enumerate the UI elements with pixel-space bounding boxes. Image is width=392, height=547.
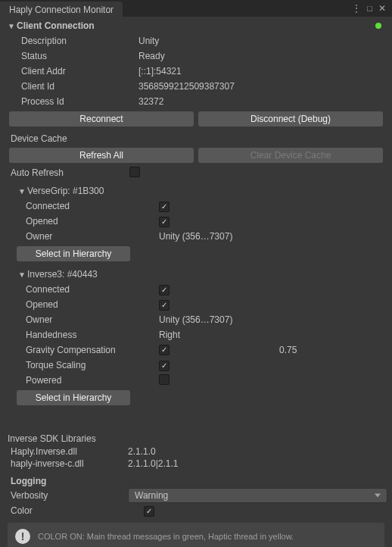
i3-powered-label: Powered (26, 375, 143, 386)
i3-handedness-value: Right (143, 330, 387, 340)
status-value: Ready (138, 51, 387, 61)
i3-opened-label: Opened (26, 299, 143, 310)
close-icon[interactable]: ✕ (378, 3, 386, 14)
color-hint-text: COLOR ON: Main thread messages in green,… (38, 532, 294, 541)
lib1-version: 2.1.1.0 (128, 446, 156, 457)
connection-status-dot (375, 23, 381, 29)
i3-gravity-comp-checkbox[interactable] (159, 345, 170, 355)
verbosity-label: Verbosity (11, 490, 128, 501)
window-title: Haply Connection Monitor (9, 5, 114, 15)
kebab-menu-icon[interactable]: ⋮ (352, 3, 361, 14)
window-tab[interactable]: Haply Connection Monitor (0, 2, 123, 17)
i3-connected-checkbox[interactable] (159, 285, 170, 295)
foldout-icon: ▼ (8, 22, 15, 30)
reconnect-button[interactable]: Reconnect (9, 111, 194, 127)
auto-refresh-checkbox[interactable] (129, 167, 140, 177)
device-cache-header: Device Cache (5, 129, 387, 145)
disconnect-button[interactable]: Disconnect (Debug) (198, 111, 383, 127)
lib1-name: Haply.Inverse.dll (11, 446, 128, 457)
i3-connected-label: Connected (26, 284, 143, 295)
i3-owner-value: Unity (356…7307) (143, 314, 387, 325)
status-label: Status (21, 51, 138, 61)
client-id-label: Client Id (21, 81, 138, 92)
color-hint-box: ! COLOR ON: Main thread messages in gree… (8, 523, 384, 547)
versegrip-header[interactable]: ▼ VerseGrip: #1B300 (5, 183, 387, 198)
auto-refresh-label: Auto Refresh (11, 167, 128, 178)
i3-opened-checkbox[interactable] (159, 300, 170, 311)
maximize-icon[interactable]: □ (367, 4, 372, 13)
vg-owner-value: Unity (356…7307) (143, 231, 387, 242)
color-checkbox[interactable] (144, 506, 154, 517)
inverse3-title: Inverse3: #40443 (27, 269, 98, 280)
tab-bar: Haply Connection Monitor ⋮ □ ✕ (0, 0, 392, 17)
i3-torque-scaling-checkbox[interactable] (159, 361, 170, 371)
versegrip-title: VerseGrip: #1B300 (27, 186, 104, 196)
info-icon: ! (15, 529, 30, 544)
i3-handedness-label: Handedness (26, 330, 143, 340)
client-id-value: 3568599212509387307 (138, 81, 387, 92)
description-label: Description (21, 36, 138, 46)
verbosity-value: Warning (135, 490, 168, 501)
process-id-label: Process Id (21, 96, 138, 107)
inverse-sdk-libraries-header: Inverse SDK Libraries (5, 429, 387, 445)
vg-select-in-hierarchy-button[interactable]: Select in Hierarchy (17, 246, 130, 261)
client-connection-header[interactable]: ▼ Client Connection (5, 18, 387, 33)
vg-connected-label: Connected (26, 201, 143, 211)
client-addr-value: [::1]:54321 (138, 66, 387, 77)
i3-gravity-comp-value: 0.75 (279, 345, 387, 355)
vg-connected-checkbox[interactable] (159, 202, 170, 212)
verbosity-dropdown[interactable]: Warning (128, 488, 387, 503)
process-id-value: 32372 (138, 96, 387, 107)
lib2-name: haply-inverse-c.dll (11, 458, 128, 469)
description-value: Unity (138, 36, 387, 46)
foldout-icon: ▼ (18, 270, 26, 279)
foldout-icon: ▼ (18, 187, 26, 195)
color-label: Color (11, 505, 128, 516)
vg-owner-label: Owner (26, 231, 143, 242)
i3-torque-scaling-label: Torque Scaling (26, 360, 143, 370)
i3-gravity-comp-label: Gravity Compensation (26, 345, 143, 355)
logging-header: Logging (5, 470, 387, 488)
refresh-all-button[interactable]: Refresh All (9, 148, 194, 163)
client-addr-label: Client Addr (21, 66, 138, 77)
client-connection-title: Client Connection (17, 20, 95, 31)
lib2-version: 2.1.1.0|2.1.1 (128, 458, 179, 469)
inverse3-header[interactable]: ▼ Inverse3: #40443 (5, 267, 387, 282)
vg-opened-checkbox[interactable] (159, 217, 170, 227)
clear-device-cache-button[interactable]: Clear Device Cache (198, 148, 383, 163)
i3-owner-label: Owner (26, 314, 143, 325)
i3-powered-checkbox[interactable] (159, 374, 170, 385)
vg-opened-label: Opened (26, 216, 143, 227)
i3-select-in-hierarchy-button[interactable]: Select in Hierarchy (17, 390, 130, 405)
